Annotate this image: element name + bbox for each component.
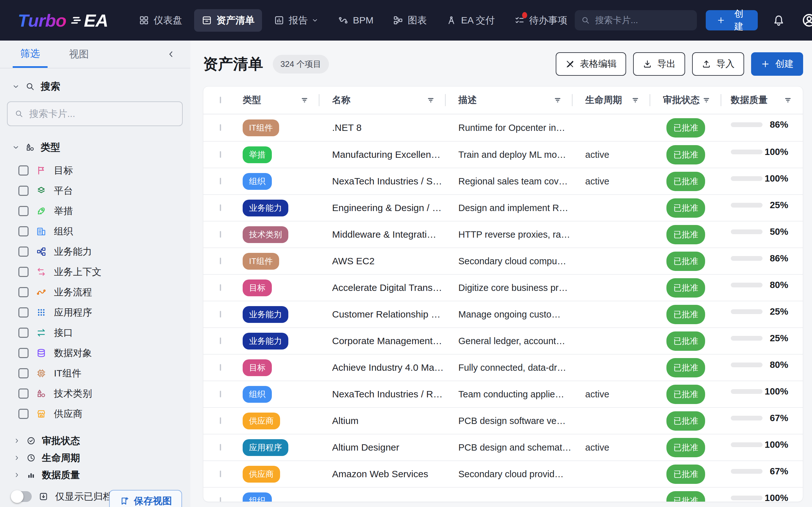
- table-row[interactable]: 业务能力Engineering & Design / …Design and i…: [203, 194, 803, 221]
- arrows-lr-icon: [36, 267, 46, 277]
- type-badge: 举措: [243, 147, 272, 163]
- table-row[interactable]: 业务能力Corporate Management…General ledger,…: [203, 327, 803, 354]
- row-checkbox[interactable]: [220, 364, 221, 371]
- select-all-checkbox[interactable]: [220, 97, 221, 103]
- row-checkbox[interactable]: [220, 444, 221, 451]
- create-button[interactable]: 创建: [751, 52, 803, 76]
- checkbox[interactable]: [18, 389, 29, 399]
- type-filter-goal[interactable]: 目标: [0, 160, 190, 181]
- navbar-search[interactable]: [575, 10, 697, 31]
- name-cell: Altium: [319, 415, 446, 426]
- row-checkbox[interactable]: [220, 151, 221, 158]
- row-checkbox-cell: [203, 178, 238, 184]
- row-checkbox[interactable]: [220, 258, 221, 264]
- checkbox[interactable]: [18, 206, 29, 216]
- save-view-button[interactable]: 保存视图: [109, 490, 182, 507]
- checkbox[interactable]: [18, 186, 29, 196]
- table-edit-button[interactable]: 表格编辑: [556, 52, 626, 76]
- checkbox[interactable]: [18, 328, 29, 338]
- table-row[interactable]: 目标Accelerate Digital Trans…Digitize core…: [203, 274, 803, 301]
- row-checkbox[interactable]: [220, 178, 221, 184]
- nav-item-diagrams[interactable]: 图表: [386, 9, 434, 32]
- table-row[interactable]: 目标Achieve Industry 4.0 Ma…Fully connecte…: [203, 354, 803, 381]
- type-filter-initiative[interactable]: 举措: [0, 201, 190, 221]
- type-filter-application[interactable]: 应用程序: [0, 302, 190, 323]
- row-checkbox[interactable]: [220, 417, 221, 424]
- table-row[interactable]: 技术类别Middleware & Integrati…HTTP reverse …: [203, 221, 803, 247]
- type-filter-business-context[interactable]: 业务上下文: [0, 262, 190, 282]
- chevron-left-icon[interactable]: [166, 49, 176, 59]
- dq-progress-track: [731, 309, 763, 314]
- shapes-icon: [26, 143, 35, 152]
- section-data-quality[interactable]: 数据质量: [0, 466, 190, 484]
- row-checkbox[interactable]: [220, 337, 221, 344]
- checkbox[interactable]: [18, 287, 29, 297]
- row-checkbox[interactable]: [220, 497, 221, 502]
- table-row[interactable]: 举措Manufacturing Excellen…Train and deplo…: [203, 141, 803, 168]
- chevron-right-icon: [13, 437, 20, 444]
- import-button[interactable]: 导入: [692, 52, 744, 76]
- row-checkbox[interactable]: [220, 205, 221, 211]
- navbar-create-button[interactable]: 创建: [706, 10, 758, 31]
- approval-cell: 已批准: [650, 305, 721, 324]
- type-filter-it-component[interactable]: IT组件: [0, 363, 190, 383]
- navbar-search-input[interactable]: [595, 15, 690, 25]
- type-filter-interface[interactable]: 接口: [0, 323, 190, 343]
- table-row[interactable]: 应用程序Altium DesignerPCB design and schema…: [203, 434, 803, 460]
- row-checkbox[interactable]: [220, 284, 221, 291]
- table-row[interactable]: IT组件AWS EC2Secondary cloud compu…已批准86%: [203, 247, 803, 274]
- archived-toggle[interactable]: [11, 491, 32, 502]
- export-button[interactable]: 导出: [633, 52, 685, 76]
- table-row[interactable]: 组织NexaTech Industries / S…Regional sales…: [203, 168, 803, 194]
- nav-item-ea-delivery[interactable]: EA 交付: [439, 9, 502, 32]
- checkbox[interactable]: [18, 368, 29, 378]
- row-checkbox[interactable]: [220, 124, 221, 131]
- table-row[interactable]: IT组件.NET 8Runtime for Opcenter in…已批准86%: [203, 114, 803, 141]
- dq-percent: 100%: [765, 147, 788, 157]
- table-row[interactable]: 组织NexaTech Industries / R…Team conductin…: [203, 381, 803, 407]
- type-filter-data-object[interactable]: 数据对象: [0, 343, 190, 363]
- bell-icon[interactable]: [772, 14, 785, 26]
- type-filter-organization[interactable]: 组织: [0, 221, 190, 241]
- search-section-header[interactable]: 搜索: [12, 80, 190, 93]
- tab-filters[interactable]: 筛选: [13, 41, 48, 68]
- table-row[interactable]: 供应商AltiumPCB design software ve…已批准67%: [203, 407, 803, 434]
- nav-item-inventory[interactable]: 资产清单: [194, 9, 262, 32]
- avatar-icon[interactable]: [802, 13, 812, 28]
- table-row[interactable]: 供应商Amazon Web ServicesSecondary cloud pr…: [203, 460, 803, 487]
- row-checkbox[interactable]: [220, 231, 221, 238]
- row-checkbox[interactable]: [220, 391, 221, 397]
- type-filter-business-capability[interactable]: 业务能力: [0, 241, 190, 262]
- nav-item-todos[interactable]: 待办事项: [507, 9, 575, 32]
- type-section-header[interactable]: 类型: [12, 141, 190, 154]
- table-row[interactable]: 业务能力Customer Relationship …Manage ongoin…: [203, 301, 803, 327]
- checkbox[interactable]: [18, 267, 29, 277]
- checkbox[interactable]: [18, 409, 29, 419]
- chevron-down-icon: [311, 17, 318, 24]
- type-filter-business-process[interactable]: 业务流程: [0, 282, 190, 302]
- dq-percent: 86%: [770, 253, 788, 264]
- nav-item-dashboard[interactable]: 仪表盘: [131, 9, 190, 32]
- sidebar-search[interactable]: [7, 101, 183, 126]
- sidebar-search-input[interactable]: [29, 108, 162, 119]
- type-filter-provider[interactable]: 供应商: [0, 404, 190, 424]
- nav-item-reports[interactable]: 报告: [266, 9, 326, 32]
- checkbox[interactable]: [18, 246, 29, 257]
- table-row[interactable]: 组织已批准100%: [203, 487, 803, 502]
- checkbox[interactable]: [18, 307, 29, 318]
- row-checkbox[interactable]: [220, 311, 221, 318]
- nav-item-bpm[interactable]: BPM: [331, 10, 381, 31]
- tab-views[interactable]: 视图: [61, 41, 96, 68]
- type-filter-platform[interactable]: 平台: [0, 181, 190, 201]
- row-checkbox[interactable]: [220, 470, 221, 477]
- data-quality-cell: 67%: [721, 408, 803, 424]
- shapes-icon: [36, 389, 46, 399]
- checkbox[interactable]: [18, 226, 29, 236]
- badge-check-icon: [27, 436, 36, 445]
- checkbox[interactable]: [18, 348, 29, 358]
- section-lifecycle[interactable]: 生命周期: [0, 449, 190, 466]
- checkbox[interactable]: [18, 165, 29, 176]
- type-filter-tech-category[interactable]: 技术类别: [0, 383, 190, 404]
- main-content: 资产清单 324 个项目 表格编辑导出导入创建 类型名称描述生命周期审批状态数据…: [190, 41, 812, 507]
- section-approval-status[interactable]: 审批状态: [0, 432, 190, 449]
